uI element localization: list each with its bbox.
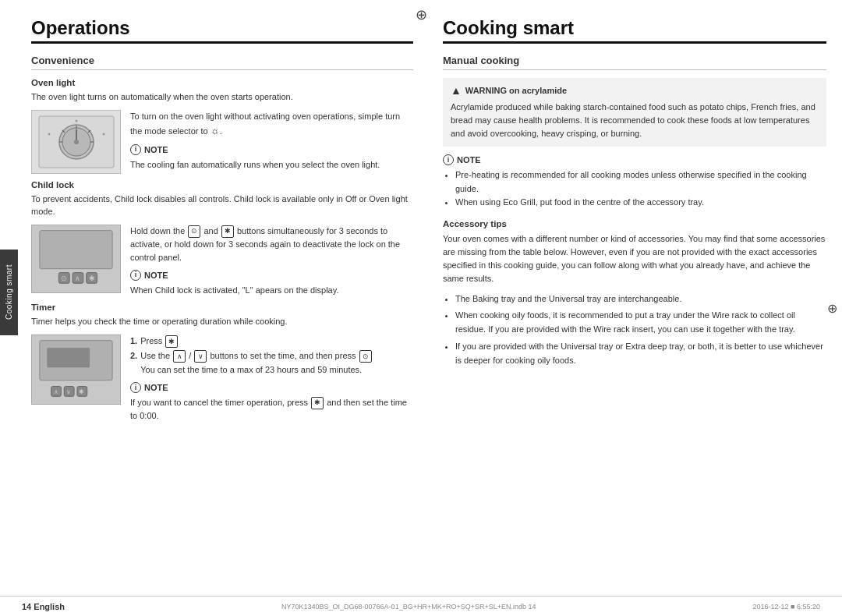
right-section-title: Cooking smart (443, 17, 826, 39)
oven-light-right-text: To turn on the oven light without activa… (130, 110, 413, 174)
footer-date: 2016-12-12 ■ 6:55:20 (752, 603, 820, 611)
top-crosshair: ⊕ (416, 6, 427, 23)
accessory-tips-body: Your oven comes with a different number … (443, 232, 826, 285)
side-tab: Cooking smart (0, 250, 18, 335)
warning-label: WARNING on acrylamide (465, 86, 567, 95)
oven-light-heading: Oven light (31, 78, 413, 87)
accessory-tip-1: The Baking tray and the Universal tray a… (455, 292, 826, 306)
accessory-tips-list: The Baking tray and the Universal tray a… (443, 292, 826, 367)
svg-rect-23 (48, 348, 90, 367)
timer-section: Timer Timer helps you check the time or … (31, 303, 413, 422)
oven-light-note: i NOTE The cooling fan automatically run… (130, 143, 413, 172)
svg-text:⊙: ⊙ (61, 274, 67, 282)
child-lock-image: ⊙ ∧ ✱ (31, 225, 121, 293)
svg-point-12 (102, 133, 104, 135)
timer-steps-text: 1. Press ✱ 2. Use the ∧ / ∨ buttons to s… (130, 335, 413, 423)
svg-point-11 (48, 133, 50, 135)
accessory-tips-heading: Accessory tips (443, 219, 826, 228)
warning-box: ▲ WARNING on acrylamide Acrylamide produ… (443, 78, 826, 147)
right-column: Cooking smart Manual cooking ▲ WARNING o… (426, 17, 834, 586)
footer-filename: NY70K1340BS_OI_DG68-00766A-01_BG+HR+MK+R… (281, 603, 536, 611)
svg-point-10 (75, 119, 77, 122)
svg-rect-14 (40, 230, 112, 268)
svg-text:∨: ∨ (66, 388, 71, 395)
child-lock-body: To prevent accidents, Child lock disable… (31, 193, 413, 218)
timer-body: Timer helps you check the time or operat… (31, 315, 413, 328)
right-crosshair: ⊕ (827, 301, 837, 316)
warning-icon: ▲ (451, 84, 462, 97)
child-lock-right-text: Hold down the ⊙ and ✱ buttons simultaneo… (130, 225, 413, 297)
accessory-tips-section: Accessory tips Your oven comes with a di… (443, 219, 826, 367)
oven-dial-image (31, 110, 121, 174)
timer-image: ∧ ∨ ✱ (31, 335, 121, 405)
manual-cooking-heading: Manual cooking (443, 55, 826, 70)
right-note-box: i NOTE Pre-heating is recommended for al… (443, 154, 826, 210)
accessory-tip-3: If you are provided with the Universal t… (455, 339, 826, 367)
svg-text:∧: ∧ (75, 274, 80, 282)
svg-text:✱: ✱ (79, 388, 84, 395)
accessory-tip-2: When cooking oily foods, it is recommend… (455, 308, 826, 336)
footer: 14 English NY70K1340BS_OI_DG68-00766A-01… (0, 596, 842, 616)
warning-text: Acrylamide produced while baking starch-… (451, 101, 819, 140)
convenience-heading: Convenience (31, 55, 413, 70)
oven-light-section: Oven light The oven light turns on autom… (31, 78, 413, 174)
right-note-item-1: Pre-heating is recommended for all cooki… (455, 168, 826, 196)
footer-page: 14 English (22, 602, 65, 611)
left-column: Operations Convenience Oven light The ov… (17, 17, 426, 586)
right-note-item-2: When using Eco Grill, put food in the ce… (455, 196, 826, 210)
left-section-title: Operations (31, 17, 413, 39)
svg-point-9 (74, 140, 79, 144)
svg-text:∧: ∧ (54, 388, 58, 395)
svg-text:✱: ✱ (89, 274, 95, 282)
timer-heading: Timer (31, 303, 413, 312)
oven-light-body: The oven light turns on automatically wh… (31, 90, 413, 104)
child-lock-heading: Child lock (31, 180, 413, 189)
right-note-list: Pre-heating is recommended for all cooki… (443, 168, 826, 210)
child-lock-section: Child lock To prevent accidents, Child l… (31, 180, 413, 297)
